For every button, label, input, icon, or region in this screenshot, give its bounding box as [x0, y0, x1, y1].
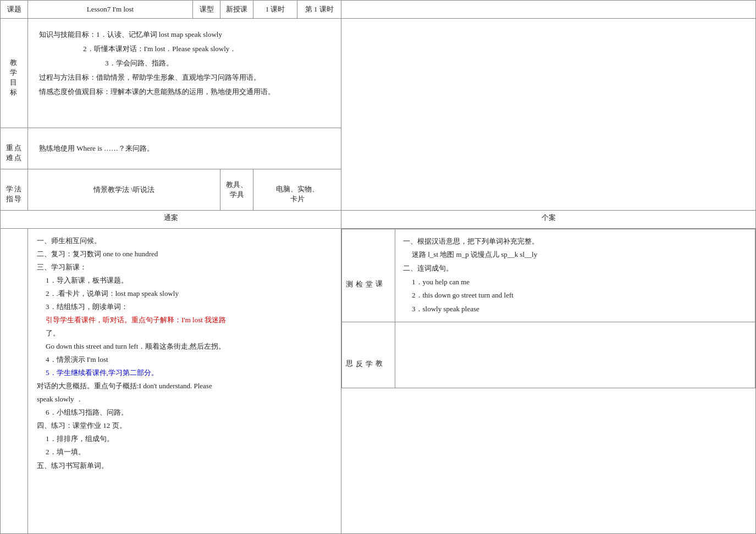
mc-line15: 1．排排序，组成句。: [37, 432, 332, 445]
mc-line11: 对话的大意概括。重点句子概括:I don't understand. Pleas…: [37, 379, 332, 393]
xuefa-method: 情景教学法 \听说法: [28, 169, 220, 211]
tools-value: 电脑、实物、 卡片: [253, 169, 341, 211]
zhongdian-label: 重点 难点: [1, 128, 28, 169]
jiaoxue-mubiao-content: 知识与技能目标：1．认读、记忆单词 lost map speak slowly …: [28, 19, 341, 128]
mubiao-line3: 3．学会问路、指路。: [39, 56, 330, 70]
mc-line12: speak slowly ．: [37, 393, 332, 406]
jiaoxue-mubiao-label: 教 学 目 标: [1, 19, 28, 128]
mc-line14: 四、练习：课堂作业 12 页。: [37, 419, 332, 432]
jiance-item3: 3．slowly speak please: [403, 302, 747, 316]
mc-line6: 3．结组练习，朗读单词：: [37, 300, 332, 313]
lesson-title: Lesson7 I'm lost: [28, 1, 193, 19]
ketype-label: 课型: [193, 1, 220, 19]
ge-an-header: 个案: [341, 210, 756, 228]
mc-line9: 4．情景演示 I'm lost: [37, 353, 332, 366]
mc-line7: 引导学生看课件，听对话。重点句子解释：I'm lost 我迷路: [37, 313, 332, 327]
mubiao-line4: 过程与方法目标：借助情景，帮助学生形象、直观地学习问路等用语。: [39, 70, 330, 85]
jiaoxue-mubiao-row: 教 学 目 标 知识与技能目标：1．认读、记忆单词 lost map speak…: [1, 19, 756, 128]
session-label: 第 1 课时: [297, 1, 341, 19]
ke-tang-jian-ce-row: 课 堂 检 测 一、根据汉语意思，把下列单词补充完整。 迷路 l_st 地图 m…: [342, 229, 755, 322]
mubiao-line2: 2．听懂本课对话：I'm lost．Please speak slowly．: [39, 42, 330, 56]
main-label-empty: [1, 228, 28, 533]
jiance-item2: 2．this down go street turn and left: [403, 289, 747, 302]
mubiao-line1: 知识与技能目标：1．认读、记忆单词 lost map speak slowly: [39, 27, 330, 42]
xuefa-label: 学法 指导: [1, 169, 28, 211]
mc-line2: 二、复习：复习数词 one to one hundred: [37, 247, 332, 261]
jiance-s1-words: 迷路 l_st 地图 m_p 说慢点儿 sp__k sl__ly: [403, 248, 747, 262]
jiance-s2-title: 二、连词成句。: [403, 262, 747, 276]
mc-line3: 三、学习新课：: [37, 261, 332, 274]
right-panel-cell: 课 堂 检 测 一、根据汉语意思，把下列单词补充完整。 迷路 l_st 地图 m…: [341, 228, 756, 533]
mc-line5: 2．.看卡片，说单词：lost map speak slowly: [37, 287, 332, 300]
main-content-cell: 一、师生相互问候。 二、复习：复习数词 one to one hundred 三…: [28, 228, 341, 533]
hours-label: 1 课时: [253, 1, 297, 19]
main-content-row: 一、师生相互问候。 二、复习：复习数词 one to one hundred 三…: [1, 228, 756, 533]
jiance-item1: 1．you help can me: [403, 276, 747, 289]
mc-line8: Go down this street and turn left．顺着这条街走…: [37, 340, 332, 353]
jiaoxue-fansi-row: 教 学 反 思: [342, 322, 755, 388]
tong-ge-an-header: 通案 个案: [1, 210, 756, 228]
tong-an-header: 通案: [1, 210, 341, 228]
fansi-content: [395, 322, 755, 388]
lesson-plan-table: 课题 Lesson7 I'm lost 课型 新授课 1 课时 第 1 课时 教…: [0, 0, 756, 534]
mc-line10: 5．学生继续看课件,学习第二部分。: [37, 366, 332, 379]
tools-label: 教具、学具: [220, 169, 253, 211]
mc-line1: 一、师生相互问候。: [37, 234, 332, 247]
mc-line16: 2．填一填。: [37, 445, 332, 459]
ketim-label: 课题: [1, 1, 28, 19]
zhongdian-content: 熟练地使用 Where is ……？来问路。: [28, 128, 341, 169]
fansi-label: 教 学 反 思: [342, 322, 395, 388]
header-row: 课题 Lesson7 I'm lost 课型 新授课 1 课时 第 1 课时: [1, 1, 756, 19]
ke-tang-label: 课 堂 检 测: [342, 229, 395, 322]
mc-line4: 1．导入新课，板书课题。: [37, 274, 332, 287]
ke-tang-content: 一、根据汉语意思，把下列单词补充完整。 迷路 l_st 地图 m_p 说慢点儿 …: [395, 229, 755, 322]
ketype-value: 新授课: [220, 1, 253, 19]
right-top-empty: [341, 19, 756, 211]
jiance-s1-title: 一、根据汉语意思，把下列单词补充完整。: [403, 235, 747, 249]
mc-line17: 五、练习书写新单词。: [37, 459, 332, 472]
mc-line13: 6．小组练习指路、问路。: [37, 406, 332, 419]
right-panel-header-empty: [341, 1, 756, 19]
mubiao-line5: 情感态度价值观目标：理解本课的大意能熟练的运用，熟地使用交通用语。: [39, 85, 330, 99]
mc-line7end: 了。: [37, 327, 332, 340]
